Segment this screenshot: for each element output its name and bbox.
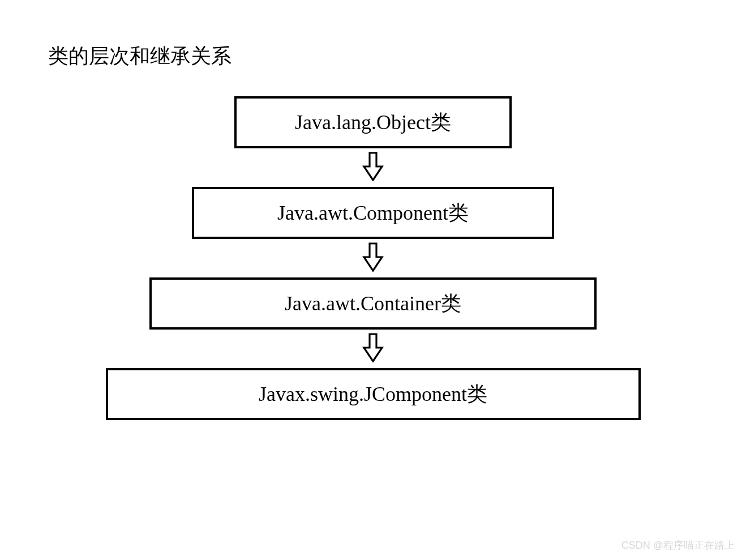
- watermark-text: CSDN @程序喵正在路上: [621, 538, 735, 552]
- class-box-label: Java.awt.Component类: [277, 199, 469, 227]
- down-arrow-icon: [362, 333, 384, 362]
- class-box-component: Java.awt.Component类: [192, 187, 554, 239]
- class-box-label: Javax.swing.JComponent类: [259, 381, 487, 408]
- class-box-label: Java.lang.Object类: [295, 109, 451, 136]
- class-box-jcomponent: Javax.swing.JComponent类: [106, 368, 641, 420]
- down-arrow-icon: [362, 242, 384, 272]
- down-arrow-icon: [362, 152, 384, 181]
- class-box-object: Java.lang.Object类: [234, 96, 512, 148]
- class-box-container: Java.awt.Container类: [149, 277, 597, 330]
- class-box-label: Java.awt.Container类: [285, 290, 461, 318]
- diagram-title: 类的层次和继承关系: [48, 42, 231, 70]
- class-hierarchy-diagram: Java.lang.Object类 Java.awt.Component类 Ja…: [0, 96, 746, 420]
